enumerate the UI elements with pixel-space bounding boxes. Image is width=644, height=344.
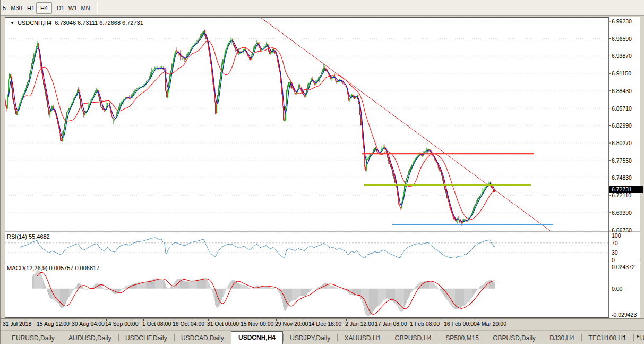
trading-platform-window: 5 M30 H1 H4 D1 W1 MN ▼USDCNH,H4 6.73046 … [0, 0, 644, 344]
chart-tab-xauusd-h1[interactable]: XAUUSD,H1 [337, 332, 388, 344]
price-axis-label: 6.96590 [612, 36, 632, 42]
chart-tab-gbpusd-daily[interactable]: GBPUSD,Daily [486, 332, 543, 344]
price-axis-label: 6.69390 [612, 209, 632, 216]
chart-tab-usdchf-daily[interactable]: USDCHF,Daily [118, 332, 174, 344]
macd-indicator-label: MACD(12,26,9) 0.005757 0.006817 [7, 265, 99, 271]
time-axis: 31 Jul 201815 Aug 12:0030 Aug 04:0014 Se… [1, 318, 644, 329]
chart-tab-bar: EURUSD,DailyAUDUSD,DailyUSDCHF,DailyUSDC… [1, 330, 644, 344]
time-axis-label: 14 Dec 16:00 [308, 321, 341, 327]
timeframe-button-mn[interactable]: MN [78, 2, 93, 14]
time-axis-label: 4 Mar 20:00 [477, 321, 506, 327]
rsi-axis-label: 100 [612, 232, 621, 239]
price-axis-label: 6.77550 [612, 157, 632, 164]
chart-tab-usdcad-daily[interactable]: USDCAD,Daily [174, 332, 231, 344]
timeframe-button-m30[interactable]: M30 [8, 2, 25, 14]
rsi-axis-label: 0 [612, 257, 615, 263]
price-chart-canvas[interactable] [5, 17, 640, 318]
price-axis-label: 6.91150 [612, 70, 631, 77]
timeframe-button-m15-partial[interactable]: 5 [1, 2, 8, 14]
price-axis-label: 6.82990 [612, 122, 632, 129]
toolbar-separator [97, 2, 97, 13]
timeframe-button-h4[interactable]: H4 [36, 2, 52, 14]
time-axis-label: 30 Aug 04:00 [72, 321, 105, 327]
chart-tab-audusd-daily[interactable]: AUDUSD,Daily [62, 332, 118, 344]
timeframe-toolbar: 5 M30 H1 H4 D1 W1 MN [1, 0, 644, 16]
chart-tab-dj30-h4[interactable]: DJ30,H4 [543, 332, 581, 344]
chart-symbol-label: USDCNH,H4 [18, 20, 51, 26]
chart-tab-eurusd-daily[interactable]: EURUSD,Daily [5, 332, 62, 344]
rsi-axis-label: 70 [612, 240, 618, 246]
price-axis-label: 6.88430 [612, 88, 632, 94]
time-axis-label: 17 Jan 08:00 [375, 321, 407, 327]
chart-tab-usdcnh-h4[interactable]: USDCNH,H4 [231, 331, 283, 344]
chart-tab-gbpusd-h4[interactable]: GBPUSD,H4 [388, 332, 438, 344]
price-axis-label: 6.85710 [612, 105, 632, 112]
tab-scroll-left-icon[interactable]: ◂ [623, 333, 625, 339]
macd-axis-label: 0.00 [612, 286, 622, 292]
macd-values: 0.005757 0.006817 [49, 265, 99, 271]
time-axis-label: 1 Feb 08:00 [410, 321, 440, 327]
time-axis-label: 29 Nov 20:00 [275, 321, 308, 327]
time-axis-label: 31 Jul 2018 [3, 321, 31, 327]
rsi-indicator-label: RSI(14) 55.4682 [7, 233, 50, 240]
time-axis-label: 2 Jan 12:00 [345, 321, 374, 327]
time-axis-label: 16 Oct 04:00 [173, 321, 204, 327]
time-axis-label: 16 Feb 00:00 [444, 321, 477, 327]
chart-tab-usdjpy-daily[interactable]: USDJPY,Daily [283, 332, 337, 344]
price-axis-label: 6.80270 [612, 140, 632, 146]
rsi-value: 55.4682 [29, 233, 50, 240]
price-axis-label: 6.93870 [612, 53, 632, 59]
rsi-axis-label: 30 [612, 249, 618, 256]
macd-axis-label: 0.024372 [612, 264, 635, 270]
time-axis-label: 15 Nov 00:00 [241, 321, 273, 327]
tab-scroll-right-icon[interactable]: ▸ [637, 333, 640, 339]
chart-header: ▼USDCNH,H4 6.73046 6.73111 6.72668 6.727… [10, 20, 143, 26]
chart-tab-sp500-m15[interactable]: SP500,M15 [439, 332, 486, 344]
price-axis-label: 6.74830 [612, 174, 632, 181]
time-axis-label: 14 Sep 00:00 [105, 321, 138, 327]
price-axis-label: 6.72110 [612, 192, 631, 198]
time-axis-label: 15 Aug 12:00 [37, 321, 70, 327]
time-axis-label: 31 Oct 00:00 [207, 321, 239, 327]
symbol-dropdown-icon[interactable]: ▼ [10, 21, 14, 26]
time-axis-label: 1 Oct 08:00 [142, 321, 171, 327]
chart-ohlc-values: 6.73046 6.73111 6.72668 6.72731 [55, 20, 143, 26]
macd-axis-label: -0.029423 [612, 312, 637, 318]
price-axis-label: 6.99230 [612, 18, 632, 24]
